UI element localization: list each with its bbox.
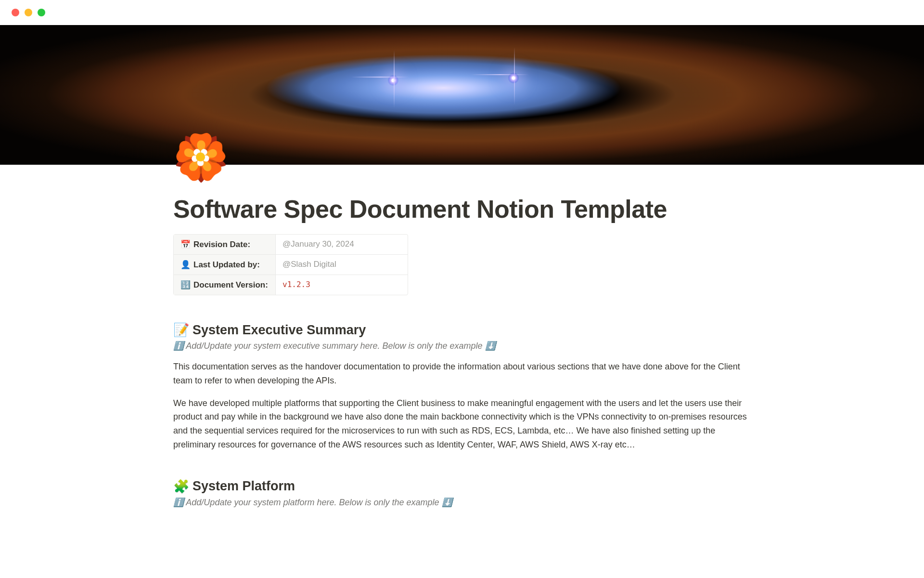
window-controls: [0, 0, 924, 25]
user-mention[interactable]: @Slash Digital: [282, 260, 336, 269]
table-row[interactable]: 🔢 Document Version: v1.2.3: [174, 275, 408, 295]
meta-key-revision-date: 📅 Revision Date:: [174, 235, 276, 254]
minimize-window-button[interactable]: [25, 9, 32, 16]
page-content: 🏵️ Software Spec Document Notion Templat…: [164, 165, 760, 508]
heading-text: System Executive Summary: [192, 323, 366, 338]
number-icon: 🔢: [180, 280, 191, 290]
meta-value-revision-date[interactable]: @January 30, 2024: [276, 235, 408, 254]
meta-label: Document Version:: [193, 280, 268, 290]
table-row[interactable]: 👤 Last Updated by: @Slash Digital: [174, 255, 408, 275]
hint-text-platform[interactable]: ℹ️ Add/Update your system platform here.…: [173, 497, 751, 508]
memo-icon: 📝: [173, 322, 190, 338]
info-icon: ℹ️: [173, 498, 184, 507]
meta-label: Last Updated by:: [193, 260, 260, 270]
section-heading-platform[interactable]: 🧩 System Platform: [173, 479, 751, 494]
table-row[interactable]: 📅 Revision Date: @January 30, 2024: [174, 235, 408, 255]
hint-body: Add/Update your system platform here. Be…: [186, 498, 439, 507]
version-code: v1.2.3: [282, 280, 310, 289]
meta-label: Revision Date:: [193, 240, 250, 250]
calendar-icon: 📅: [180, 239, 191, 250]
meta-value-updated-by[interactable]: @Slash Digital: [276, 255, 408, 275]
page-title[interactable]: Software Spec Document Notion Template: [173, 165, 751, 223]
maximize-window-button[interactable]: [38, 9, 45, 16]
person-icon: 👤: [180, 260, 191, 270]
puzzle-icon: 🧩: [173, 479, 190, 494]
hint-text-summary[interactable]: ℹ️ Add/Update your system executive summ…: [173, 341, 751, 351]
info-icon: ℹ️: [173, 341, 184, 351]
close-window-button[interactable]: [12, 9, 19, 16]
section-heading-summary[interactable]: 📝 System Executive Summary: [173, 322, 751, 338]
cover-image[interactable]: [0, 25, 924, 165]
down-arrow-icon: ⬇️: [485, 341, 496, 351]
meta-value-doc-version[interactable]: v1.2.3: [276, 275, 408, 295]
hint-body: Add/Update your system executive summary…: [186, 341, 482, 351]
meta-key-updated-by: 👤 Last Updated by:: [174, 255, 276, 275]
heading-text: System Platform: [192, 479, 295, 494]
metadata-table: 📅 Revision Date: @January 30, 2024 👤 Las…: [173, 234, 408, 295]
date-mention[interactable]: @January 30, 2024: [282, 239, 354, 249]
paragraph[interactable]: This documentation serves as the handove…: [173, 360, 751, 388]
paragraph[interactable]: We have developed multiple platforms tha…: [173, 396, 751, 452]
page-icon[interactable]: 🏵️: [173, 135, 229, 179]
meta-key-doc-version: 🔢 Document Version:: [174, 275, 276, 295]
down-arrow-icon: ⬇️: [442, 498, 452, 507]
